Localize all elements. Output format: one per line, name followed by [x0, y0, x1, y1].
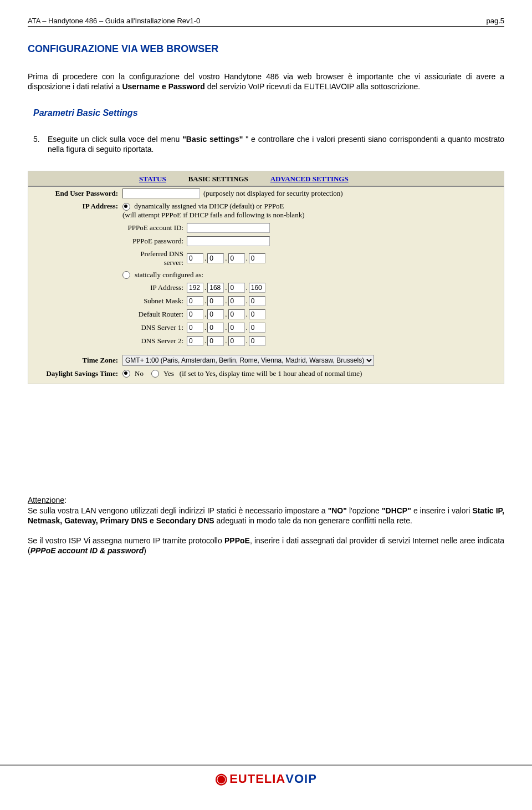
dhcp-text: dynamically assigned via DHCP (default) …: [134, 202, 284, 210]
settings-screenshot: STATUS BASIC SETTINGS ADVANCED SETTINGS …: [28, 171, 504, 384]
gw-label: Default Router:: [122, 310, 187, 319]
header-left: ATA – Handytone 486 – Guida all'Installa…: [28, 17, 200, 25]
ip-0[interactable]: [187, 283, 203, 293]
row-timezone: Time Zone: GMT+ 1:00 (Paris, Amsterdam, …: [28, 353, 504, 368]
row-pppoe-pw: PPPoE password:: [28, 235, 504, 248]
row-gateway: Default Router: . . .: [28, 308, 504, 321]
gw-1[interactable]: [207, 309, 224, 319]
tz-select[interactable]: GMT+ 1:00 (Paris, Amsterdam, Berlin, Rom…: [122, 355, 374, 366]
mask-label: Subnet Mask:: [122, 297, 187, 305]
ip-3[interactable]: [249, 283, 265, 293]
dst-yes: Yes: [163, 369, 174, 378]
dst-no: No: [135, 369, 144, 378]
ip-label: IP Address:: [35, 202, 122, 211]
row-dns2: DNS Server 2: . . .: [28, 334, 504, 348]
dst-label: Daylight Savings Time:: [35, 369, 122, 378]
tab-advanced-settings[interactable]: ADVANCED SETTINGS: [270, 175, 349, 184]
dst-hint: (if set to Yes, display time will be 1 h…: [180, 369, 362, 378]
pppoe-id-input[interactable]: [187, 223, 270, 233]
pppoe-pw-input[interactable]: [187, 236, 270, 246]
password-hint: (purposely not displayed for security pr…: [203, 189, 343, 198]
dns2-1[interactable]: [207, 336, 224, 346]
radio-static[interactable]: [122, 271, 130, 279]
attn1-dhcp: "DHCP": [382, 506, 411, 515]
step-text: Eseguite un click sulla voce del menu "B…: [48, 135, 504, 154]
dhcp-note: (will attempt PPPoE if DHCP fails and fo…: [122, 211, 304, 220]
logo-icon: ◉: [215, 770, 228, 787]
header-right: pag.5: [486, 17, 504, 25]
row-pppoe-id: PPPoE account ID:: [28, 221, 504, 235]
password-label: End User Password:: [35, 189, 122, 198]
pref-dns-1[interactable]: [207, 253, 224, 263]
dns2-label: DNS Server 2:: [122, 337, 187, 345]
pref-dns-3[interactable]: [249, 253, 265, 263]
attn2-ppp: PPPoE: [224, 536, 250, 545]
dns2-2[interactable]: [228, 336, 245, 346]
step-number: 5.: [33, 135, 48, 154]
pref-dns-2[interactable]: [228, 253, 245, 263]
logo: ◉ EUTELIAVOIP: [215, 770, 317, 787]
footer: ◉ EUTELIAVOIP: [0, 765, 532, 787]
tab-status[interactable]: STATUS: [139, 175, 166, 184]
row-static-ip: IP Address: . . .: [28, 281, 504, 294]
attention-block: Attenzione: Se sulla vostra LAN vengono …: [28, 495, 504, 556]
page: ATA – Handytone 486 – Guida all'Installa…: [0, 0, 532, 793]
page-header: ATA – Handytone 486 – Guida all'Installa…: [28, 17, 504, 27]
dns2-0[interactable]: [187, 336, 203, 346]
intro-bold: Username e Password: [122, 82, 204, 91]
dns1-2[interactable]: [228, 323, 245, 333]
mask-3[interactable]: [249, 296, 265, 306]
pppoe-id-label: PPPoE account ID:: [122, 223, 187, 232]
pppoe-pw-label: PPPoE password:: [122, 237, 187, 246]
gw-0[interactable]: [187, 309, 203, 319]
pref-dns-group: . . .: [187, 253, 265, 263]
attn1d: adeguati in modo tale da non generare co…: [214, 516, 412, 525]
tab-basic-settings[interactable]: BASIC SETTINGS: [188, 175, 248, 184]
section-title: CONFIGURAZIONE VIA WEB BROWSER: [28, 43, 504, 55]
attn2a: Se il vostro ISP Vi assegna numero IP tr…: [28, 536, 224, 545]
row-pref-dns: Preferred DNS server: . . .: [28, 248, 504, 269]
row-dns1: DNS Server 1: . . .: [28, 321, 504, 334]
pref-dns-0[interactable]: [187, 253, 203, 263]
step5a: Eseguite un click sulla voce del menu: [48, 135, 182, 144]
dns1-3[interactable]: [249, 323, 265, 333]
mask-0[interactable]: [187, 296, 203, 306]
logo-voip: VOIP: [285, 772, 317, 786]
pref-dns-label: Preferred DNS server:: [122, 249, 187, 267]
ip-1[interactable]: [207, 283, 224, 293]
attn1-no: "NO": [328, 506, 347, 515]
step-5: 5. Eseguite un click sulla voce del menu…: [33, 135, 504, 154]
row-dst: Daylight Savings Time: No Yes (if set to…: [28, 368, 504, 384]
attn1b: l'opzione: [347, 506, 382, 515]
row-mask: Subnet Mask: . . .: [28, 294, 504, 308]
gw-3[interactable]: [249, 309, 265, 319]
subsection-title: Parametri Basic Settings: [33, 108, 504, 118]
attn-label: Attenzione: [28, 496, 64, 505]
row-ip: IP Address: dynamically assigned via DHC…: [28, 200, 504, 221]
attn2c: ): [144, 546, 146, 555]
dns2-3[interactable]: [249, 336, 265, 346]
radio-dhcp[interactable]: [122, 203, 130, 211]
gw-2[interactable]: [228, 309, 245, 319]
tz-label: Time Zone:: [35, 356, 122, 365]
dns1-0[interactable]: [187, 323, 203, 333]
static-text: statically configured as:: [135, 271, 203, 279]
row-password: End User Password: (purposely not displa…: [28, 187, 504, 200]
tab-bar: STATUS BASIC SETTINGS ADVANCED SETTINGS: [28, 171, 504, 187]
dns1-label: DNS Server 1:: [122, 323, 187, 332]
mask-2[interactable]: [228, 296, 245, 306]
step5b: "Basic settings": [182, 135, 243, 144]
radio-dst-yes[interactable]: [151, 370, 159, 378]
intro-paragraph: Prima di procedere con la configurazione…: [28, 72, 504, 91]
row-static-radio: statically configured as:: [28, 269, 504, 281]
intro-post: del servizio VoIP ricevuti da EUTELIAVOI…: [205, 82, 420, 91]
password-input[interactable]: [122, 189, 200, 198]
static-ip-label: IP Address:: [122, 283, 187, 292]
logo-eutelia: EUTELIA: [229, 772, 285, 786]
attn1a: Se sulla vostra LAN vengono utilizzati d…: [28, 506, 328, 515]
mask-1[interactable]: [207, 296, 224, 306]
dns1-1[interactable]: [207, 323, 224, 333]
radio-dst-no[interactable]: [122, 370, 130, 378]
ip-2[interactable]: [228, 283, 245, 293]
attn1c: e inserire i valori: [411, 506, 473, 515]
